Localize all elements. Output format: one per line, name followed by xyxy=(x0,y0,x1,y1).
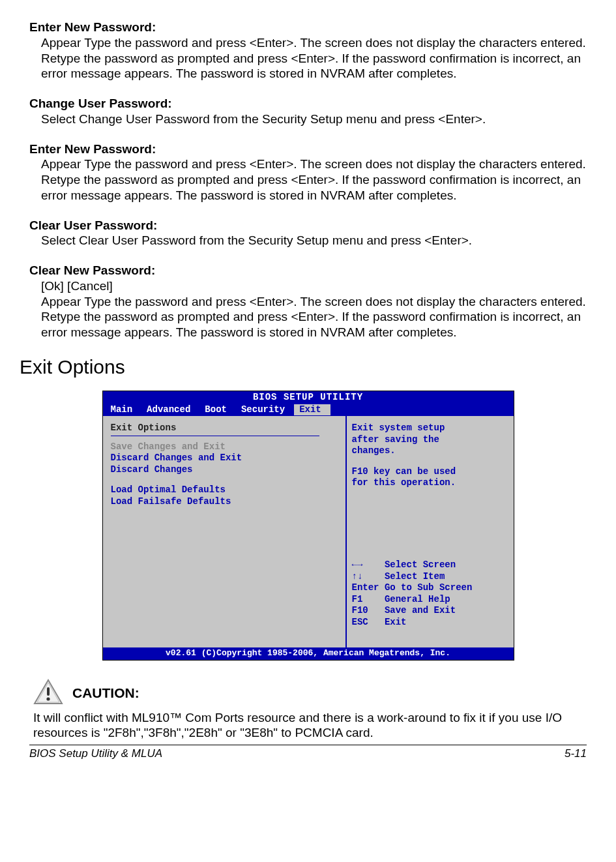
body-clear-new-password: [Ok] [Cancel] Appear Type the password a… xyxy=(41,278,587,340)
svg-point-3 xyxy=(46,697,50,700)
bios-tab-advanced[interactable]: Advanced xyxy=(141,404,199,416)
bios-key-hints: ←→ Select Screen ↑↓ Select Item Enter Go… xyxy=(352,559,508,641)
bios-tab-main[interactable]: Main xyxy=(106,404,142,416)
body-clear-user-password: Select Clear User Password from the Secu… xyxy=(41,233,587,248)
bios-item-load-optimal-defaults[interactable]: Load Optimal Defaults xyxy=(111,484,338,496)
bios-panel-title: Exit Options xyxy=(111,423,338,434)
ok-cancel-text: [Ok] [Cancel] xyxy=(41,279,113,293)
body-change-user-password: Select Change User Password from the Sec… xyxy=(41,111,587,127)
bios-tab-security[interactable]: Security xyxy=(236,404,294,416)
clear-new-password-text: Appear Type the password and press <Ente… xyxy=(41,295,586,340)
bios-item-discard-changes-exit[interactable]: Discard Changes and Exit xyxy=(111,453,338,464)
bios-setup-window: BIOS SETUP UTILITY Main Advanced Boot Se… xyxy=(102,391,514,660)
bios-title: BIOS SETUP UTILITY xyxy=(103,391,514,404)
body-enter-new-password-2: Appear Type the password and press <Ente… xyxy=(41,156,587,203)
bios-tab-exit[interactable]: Exit xyxy=(294,404,330,416)
page-footer: BIOS Setup Utility & MLUA 5-11 xyxy=(29,745,587,760)
caution-body: It will conflict with ML910™ Com Ports r… xyxy=(33,710,587,741)
body-enter-new-password-1: Appear Type the password and press <Ente… xyxy=(41,35,587,82)
heading-clear-user-password: Clear User Password: xyxy=(29,218,587,233)
heading-clear-new-password: Clear New Password: xyxy=(29,263,587,278)
caution-icon xyxy=(33,679,63,705)
bios-item-discard-changes[interactable]: Discard Changes xyxy=(111,464,338,476)
bios-tab-boot[interactable]: Boot xyxy=(199,404,236,416)
bios-help-text: Exit system setup after saving the chang… xyxy=(352,423,508,489)
footer-left: BIOS Setup Utility & MLUA xyxy=(29,747,162,760)
bios-left-panel: Exit Options Save Changes and Exit Disca… xyxy=(103,416,347,647)
heading-change-user-password: Change User Password: xyxy=(29,96,587,111)
heading-enter-new-password-1: Enter New Password: xyxy=(29,20,587,35)
bios-item-load-failsafe-defaults[interactable]: Load Failsafe Defaults xyxy=(111,496,338,508)
bios-footer: v02.61 (C)Copyright 1985-2006, American … xyxy=(103,647,514,659)
svg-rect-2 xyxy=(47,687,50,696)
page-heading-exit-options: Exit Options xyxy=(20,355,587,379)
caution-label: CAUTION: xyxy=(72,685,139,704)
bios-item-save-changes-exit[interactable]: Save Changes and Exit xyxy=(111,441,338,453)
footer-right: 5-11 xyxy=(565,747,587,760)
heading-enter-new-password-2: Enter New Password: xyxy=(29,141,587,157)
bios-divider xyxy=(111,436,319,436)
bios-right-panel: Exit system setup after saving the chang… xyxy=(347,416,514,647)
bios-tabs: Main Advanced Boot Security Exit xyxy=(103,404,514,417)
